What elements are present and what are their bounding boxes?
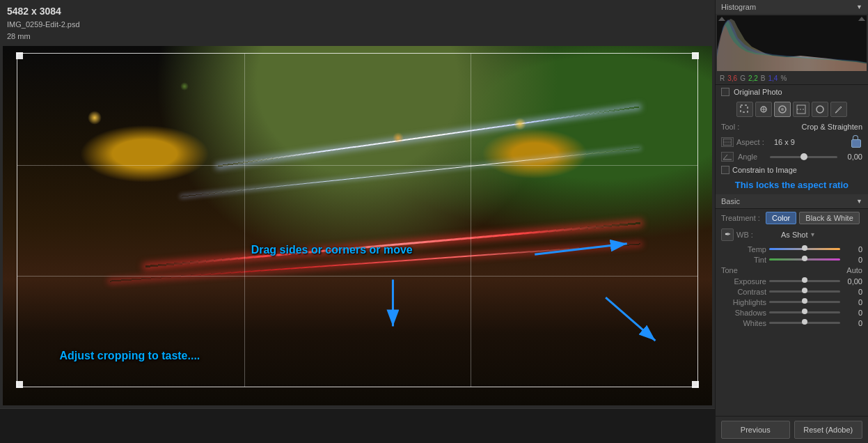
bw-btn[interactable]: Black & White xyxy=(799,212,859,224)
crop-handle-bl[interactable] xyxy=(16,381,23,388)
tool-crop-icon[interactable] xyxy=(736,102,753,117)
crop-icon xyxy=(740,104,750,114)
basic-header[interactable]: Basic ▼ xyxy=(716,194,868,208)
crop-overlay[interactable] xyxy=(17,53,697,387)
original-photo-checkbox[interactable] xyxy=(721,88,729,96)
wb-eyedropper[interactable]: ✒ xyxy=(721,228,734,241)
tool-label-row: Tool : Crop & Straighten xyxy=(716,120,868,132)
angle-label: Angle xyxy=(738,153,766,161)
crop-handle-br[interactable] xyxy=(692,381,699,388)
whites-value: 0 xyxy=(843,319,862,327)
highlights-thumb[interactable] xyxy=(802,298,807,304)
hist-r-value: 3,6 xyxy=(727,75,737,82)
photo-info: 5482 x 3084 IMG_0259-Edit-2.psd 28 mm xyxy=(0,0,715,46)
shadows-row: Shadows 0 xyxy=(721,309,862,317)
svg-rect-8 xyxy=(741,105,748,112)
aspect-icon-svg xyxy=(723,139,732,146)
reset-button[interactable]: Reset (Adobe) xyxy=(794,421,863,439)
photo-background: Drag sides or corners or move Adjust cro… xyxy=(3,46,712,405)
constrain-row: Constrain to Image xyxy=(721,164,862,176)
histogram-title: Histogram xyxy=(721,3,756,11)
tint-row: Tint 0 xyxy=(721,256,862,264)
tone-header: Tone Auto xyxy=(721,266,862,274)
tint-slider-thumb[interactable] xyxy=(802,256,807,261)
histogram-canvas xyxy=(717,15,867,71)
wb-label: WB : xyxy=(736,231,778,239)
tint-label: Tint xyxy=(721,256,766,264)
exposure-thumb[interactable] xyxy=(802,277,807,283)
redeye-icon xyxy=(778,104,787,114)
highlights-value: 0 xyxy=(843,298,862,306)
auto-btn[interactable]: Auto xyxy=(846,266,862,274)
hist-g-label: G xyxy=(740,75,745,82)
lock-body xyxy=(851,139,861,148)
grid-line-h1 xyxy=(17,165,697,166)
photo-filename: IMG_0259-Edit-2.psd xyxy=(7,19,708,31)
angle-slider-thumb[interactable] xyxy=(800,153,807,160)
radial-filter-icon xyxy=(815,104,825,114)
aspect-icon xyxy=(721,137,734,147)
tool-label: Tool : xyxy=(721,123,739,131)
contrast-slider[interactable] xyxy=(769,290,840,293)
filmstrip-area xyxy=(0,408,715,443)
histogram-header[interactable]: Histogram ▼ xyxy=(716,0,868,14)
lock-annotation-area: This locks the aspect ratio xyxy=(716,178,868,194)
right-panel: Histogram ▼ xyxy=(715,0,868,443)
exposure-label: Exposure xyxy=(721,277,766,286)
angle-slider[interactable] xyxy=(770,156,837,158)
contrast-thumb[interactable] xyxy=(802,288,807,293)
whites-label: Whites xyxy=(721,319,766,327)
basic-controls: Treatment : Color Black & White ✒ WB : A… xyxy=(716,209,868,332)
shadows-thumb[interactable] xyxy=(802,309,807,314)
highlights-label: Highlights xyxy=(721,298,766,306)
exposure-row: Exposure 0,00 xyxy=(721,277,862,286)
angle-icon-btn[interactable] xyxy=(721,152,734,162)
whites-slider[interactable] xyxy=(769,322,840,324)
constrain-label: Constrain to Image xyxy=(732,166,797,174)
temp-slider-thumb[interactable] xyxy=(802,245,807,251)
bottom-buttons: Previous Reset (Adobe) xyxy=(716,416,868,443)
grid-line-v2 xyxy=(471,54,471,387)
basic-title: Basic xyxy=(721,197,740,205)
aspect-value: 16 x 9 xyxy=(774,138,849,146)
tool-radial-icon[interactable] xyxy=(812,102,828,117)
grad-filter-icon xyxy=(796,104,806,114)
hist-g-value: 2,2 xyxy=(748,75,758,82)
photo-focal: 28 mm xyxy=(7,31,708,42)
hist-b-unit: % xyxy=(780,75,787,82)
grid-line-h2 xyxy=(17,276,697,277)
aspect-lock-icon[interactable] xyxy=(851,135,862,149)
temp-slider[interactable] xyxy=(769,248,840,250)
shadows-slider[interactable] xyxy=(769,311,840,313)
hist-b-value: 1,4 xyxy=(768,75,778,82)
tool-grad-icon[interactable] xyxy=(793,102,810,117)
tool-adj-brush-icon[interactable] xyxy=(830,102,847,117)
histogram-arrow: ▼ xyxy=(856,3,862,10)
tint-slider[interactable] xyxy=(769,258,840,261)
svg-point-16 xyxy=(816,106,823,113)
angle-icon-svg xyxy=(723,153,732,160)
whites-thumb[interactable] xyxy=(802,319,807,325)
histogram-stats: R 3,6 G 2,2 B 1,4 % xyxy=(716,72,868,84)
hist-b-label: B xyxy=(761,75,766,82)
basic-section: Basic ▼ xyxy=(716,194,868,209)
angle-value: 0,00 xyxy=(842,153,862,161)
tool-spot-icon[interactable] xyxy=(755,102,772,117)
color-btn[interactable]: Color xyxy=(766,212,796,224)
wb-dropdown-arrow[interactable]: ▾ xyxy=(811,231,814,238)
constrain-checkbox[interactable] xyxy=(721,166,729,174)
crop-handle-tl[interactable] xyxy=(16,52,23,59)
exposure-slider[interactable] xyxy=(769,280,840,282)
exposure-value: 0,00 xyxy=(843,277,862,286)
lock-annotation-text: This locks the aspect ratio xyxy=(721,180,862,192)
wb-row: ✒ WB : As Shot ▾ xyxy=(721,228,862,241)
contrast-label: Contrast xyxy=(721,288,766,296)
previous-button[interactable]: Previous xyxy=(721,421,790,439)
crop-controls: Aspect : 16 x 9 Angle xyxy=(716,132,868,178)
tool-redeye-icon[interactable] xyxy=(774,102,791,117)
crop-handle-tr[interactable] xyxy=(692,52,699,59)
temp-row: Temp 0 xyxy=(721,245,862,254)
temp-label: Temp xyxy=(721,245,766,254)
highlights-slider[interactable] xyxy=(769,301,840,303)
main-layout: 5482 x 3084 IMG_0259-Edit-2.psd 28 mm xyxy=(0,0,868,443)
